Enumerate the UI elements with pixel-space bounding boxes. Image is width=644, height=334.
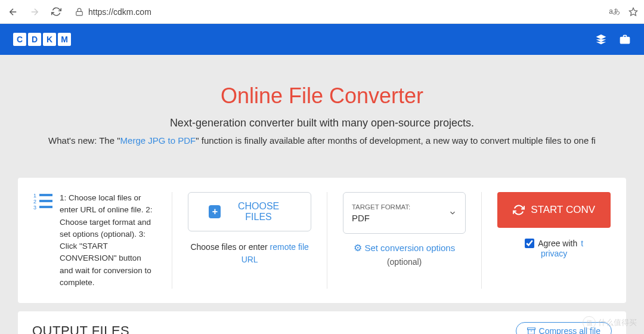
- target-format-value: PDF: [352, 213, 410, 223]
- instructions-column: 123 1: Choose local files or enter URL o…: [18, 192, 172, 289]
- numbered-list-icon: 123: [33, 192, 54, 289]
- svg-text:3: 3: [33, 205, 36, 210]
- plus-icon: +: [209, 205, 221, 218]
- back-button[interactable]: [6, 5, 20, 19]
- layers-icon[interactable]: [595, 33, 607, 45]
- optional-label: (optional): [343, 257, 466, 267]
- logo-letter: M: [58, 33, 71, 46]
- choose-subtext: Choose files or enter remote file URL: [188, 241, 311, 266]
- logo[interactable]: C D K M: [13, 33, 71, 46]
- address-bar[interactable]: https://cdkm.com: [70, 7, 602, 17]
- logo-letter: K: [43, 33, 56, 46]
- target-format-column: TARGET FORMAT: PDF ⚙ Set conversion opti…: [327, 192, 482, 289]
- conversion-options-link[interactable]: Set conversion options: [364, 243, 455, 253]
- chevron-down-icon: [448, 209, 457, 217]
- choose-files-column: + CHOOSE FILES Choose files or enter rem…: [172, 192, 327, 289]
- choose-files-button[interactable]: + CHOOSE FILES: [188, 192, 311, 231]
- svg-rect-5: [39, 200, 52, 202]
- agree-checkbox[interactable]: [525, 239, 534, 248]
- refresh-icon: [51, 7, 61, 17]
- target-format-label: TARGET FORMAT:: [352, 203, 410, 211]
- news-link[interactable]: Merge JPG to PDF: [120, 135, 196, 146]
- target-format-select[interactable]: TARGET FORMAT: PDF: [343, 192, 466, 234]
- logo-letter: D: [28, 33, 41, 46]
- svg-rect-0: [76, 11, 83, 15]
- output-title: OUTPUT FILES: [32, 323, 129, 334]
- svg-text:1: 1: [33, 193, 36, 199]
- privacy-link[interactable]: privacy: [541, 249, 567, 258]
- tagline: Next-generation converter built with man…: [12, 117, 632, 129]
- gear-icon: ⚙: [354, 243, 362, 253]
- instructions-text: 1: Choose local files or enter URL of on…: [60, 192, 156, 289]
- lock-icon: [75, 8, 83, 16]
- svg-marker-1: [629, 8, 637, 16]
- svg-rect-7: [39, 206, 52, 208]
- arrow-right-icon: [29, 7, 40, 17]
- agree-row: Agree with t: [497, 239, 611, 248]
- whats-new: What's new: The "Merge JPG to PDF" funct…: [12, 135, 632, 146]
- svg-rect-3: [39, 194, 52, 196]
- svg-text:2: 2: [33, 199, 36, 205]
- forward-button[interactable]: [27, 5, 42, 19]
- browser-toolbar: https://cdkm.com aあ: [0, 0, 644, 24]
- arrow-left-icon: [8, 7, 18, 17]
- converter-panel: 123 1: Choose local files or enter URL o…: [18, 178, 626, 303]
- toolbox-icon[interactable]: [619, 33, 631, 45]
- translate-icon[interactable]: aあ: [609, 7, 620, 17]
- hero-section: Online File Converter Next-generation co…: [0, 55, 644, 163]
- logo-letter: C: [13, 33, 26, 46]
- start-column: START CONV Agree with t privacy: [482, 192, 626, 289]
- watermark: 值什么值得买: [583, 316, 637, 329]
- compress-icon: [527, 327, 535, 334]
- terms-link[interactable]: t: [581, 239, 583, 248]
- output-panel: OUTPUT FILES Compress all file: [18, 311, 626, 334]
- site-header: C D K M: [0, 24, 644, 55]
- favorite-icon[interactable]: [628, 7, 638, 17]
- page-title: Online File Converter: [12, 84, 632, 109]
- refresh-button[interactable]: [49, 5, 63, 19]
- start-conversion-button[interactable]: START CONV: [497, 192, 611, 228]
- url-text: https://cdkm.com: [88, 7, 151, 17]
- sync-icon: [513, 204, 525, 216]
